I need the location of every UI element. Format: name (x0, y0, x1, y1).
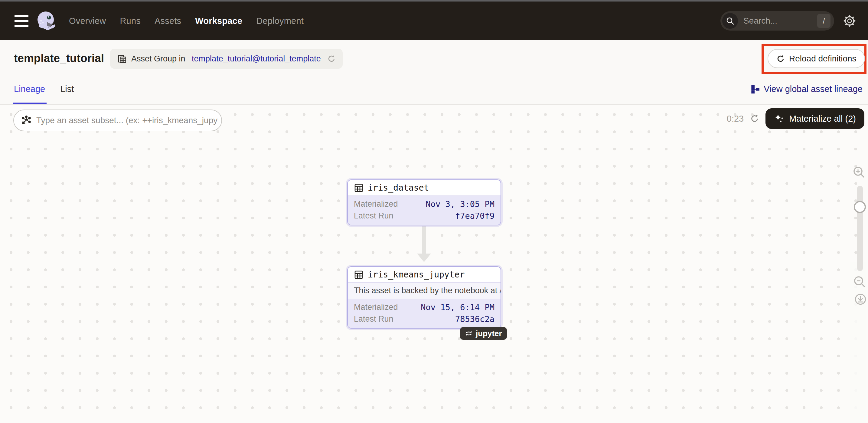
materialized-timestamp[interactable]: Nov 15, 6:14 PM (421, 303, 495, 312)
materialized-timestamp[interactable]: Nov 3, 3:05 PM (426, 200, 495, 209)
asset-filter-input[interactable] (36, 116, 218, 125)
materialize-all-label: Materialize all (2) (789, 114, 856, 124)
view-global-asset-lineage-label: View global asset lineage (764, 84, 863, 94)
kind-tag-label: jupyter (476, 329, 502, 338)
refresh-timer: 0:23 (727, 114, 744, 124)
nav-item-workspace[interactable]: Workspace (195, 16, 242, 26)
latest-run-row: Latest Run 78536c2a (348, 313, 500, 325)
asset-name: iris_dataset (368, 183, 429, 193)
asset-name: iris_kmeans_jupyter (368, 270, 465, 279)
search-shortcut-key: / (817, 14, 831, 28)
nav-item-assets[interactable]: Assets (155, 16, 181, 26)
dagster-app: Overview Runs Assets Workspace Deploymen… (0, 0, 868, 423)
latest-run-label: Latest Run (354, 314, 394, 324)
zoom-out-icon[interactable] (853, 275, 866, 289)
hamburger-menu-icon[interactable] (14, 15, 28, 27)
reload-definitions-label: Reload definitions (789, 54, 857, 64)
tab-lineage[interactable]: Lineage (14, 84, 45, 98)
sparkle-icon (774, 113, 785, 124)
refresh-icon[interactable] (750, 114, 760, 123)
materialize-all-button[interactable]: Materialize all (2) (766, 108, 864, 129)
latest-run-id[interactable]: 78536c2a (455, 314, 495, 324)
nav-links: Overview Runs Assets Workspace Deploymen… (69, 16, 304, 26)
breadcrumb-prefix: Asset Group in (131, 54, 187, 64)
tab-list[interactable]: List (60, 84, 74, 98)
zoom-slider-track[interactable] (857, 186, 863, 271)
nav-item-deployment[interactable]: Deployment (256, 16, 304, 26)
asset-filter-field[interactable] (13, 110, 222, 131)
top-navbar: Overview Runs Assets Workspace Deploymen… (0, 1, 868, 40)
lineage-edge (422, 226, 426, 254)
asset-graph-canvas[interactable]: 0:23 Materialize all (2) (0, 105, 868, 423)
view-global-asset-lineage-link[interactable]: View global asset lineage (750, 84, 863, 94)
asset-node-iris-kmeans-jupyter[interactable]: iris_kmeans_jupyter This asset is backed… (347, 266, 501, 329)
nav-item-overview[interactable]: Overview (69, 16, 106, 26)
latest-run-label: Latest Run (354, 211, 394, 220)
asset-description: This asset is backed by the notebook at … (348, 282, 500, 299)
zoom-in-icon[interactable] (852, 165, 866, 179)
latest-run-row: Latest Run f7ea70f9 (348, 210, 500, 222)
search-input[interactable]: Search... / (720, 11, 834, 31)
asset-node-iris-dataset[interactable]: iris_dataset Materialized Nov 3, 3:05 PM… (347, 179, 501, 225)
breadcrumb-reload-icon[interactable] (327, 54, 336, 63)
navbar-right: Search... / (720, 11, 868, 31)
lineage-edge-arrowhead (417, 253, 431, 262)
materialized-row: Materialized Nov 3, 3:05 PM (348, 198, 500, 210)
asset-group-icon (117, 54, 127, 64)
asset-subset-icon (21, 115, 31, 126)
nav-item-runs[interactable]: Runs (120, 16, 141, 26)
gear-icon[interactable] (842, 13, 857, 28)
latest-run-id[interactable]: f7ea70f9 (455, 211, 495, 220)
zoom-slider-knob[interactable] (854, 201, 866, 213)
kind-tag-jupyter[interactable]: jupyter (460, 327, 507, 340)
materialized-label: Materialized (354, 200, 398, 209)
lineage-graph-icon (750, 84, 760, 94)
breadcrumb-code-location-link[interactable]: template_tutorial@tutorial_template (192, 54, 321, 64)
breadcrumb: Asset Group in template_tutorial@tutoria… (110, 49, 343, 69)
search-icon (722, 13, 738, 29)
table-icon (354, 183, 364, 193)
materialized-row: Materialized Nov 15, 6:14 PM (348, 301, 500, 313)
search-placeholder: Search... (743, 16, 817, 26)
graph-toolbar-right: 0:23 Materialize all (2) (727, 108, 864, 129)
jupyter-icon (465, 330, 473, 337)
table-icon (354, 270, 364, 279)
view-tabs: Lineage List (14, 84, 74, 98)
materialized-label: Materialized (354, 303, 398, 312)
reload-icon (776, 54, 785, 63)
reload-definitions-button[interactable]: Reload definitions (768, 49, 865, 68)
page-title: template_tutorial (14, 52, 104, 65)
download-image-icon[interactable] (855, 293, 867, 305)
dagster-logo-icon[interactable] (36, 10, 57, 31)
